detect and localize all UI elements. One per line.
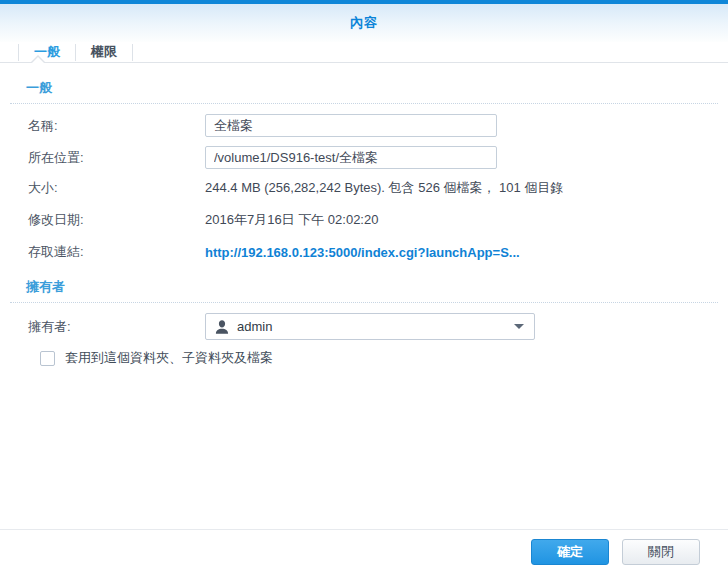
modified-date-value: 2016年7月16日 下午 02:02:20 (205, 211, 378, 229)
name-label: 名稱: (28, 117, 205, 135)
apply-recursive-row: 套用到這個資料夾、子資料夾及檔案 (40, 349, 710, 367)
field-row-access-link: 存取連結: http://192.168.0.123:5000/index.cg… (28, 242, 710, 262)
ok-button[interactable]: 確定 (531, 539, 609, 565)
field-row-owner: 擁有者: admin (28, 313, 710, 340)
apply-recursive-label: 套用到這個資料夾、子資料夾及檔案 (65, 349, 273, 367)
tab-permissions-label: 權限 (91, 44, 117, 59)
section-title-owner: 擁有者 (10, 278, 718, 303)
person-icon (214, 319, 230, 335)
tab-general[interactable]: 一般 (19, 43, 75, 61)
tab-strip: 一般 權限 (0, 42, 728, 63)
access-link[interactable]: http://192.168.0.123:5000/index.cgi?laun… (205, 245, 520, 260)
location-input[interactable] (205, 146, 497, 169)
tab-separator (132, 44, 133, 61)
field-row-name: 名稱: (28, 114, 710, 137)
dialog-title: 內容 (350, 14, 378, 32)
owner-selected-value: admin (237, 319, 514, 334)
general-fields: 名稱: 所在位置: 大小: 244.4 MB (256,282,242 Byte… (10, 104, 718, 262)
owner-fields: 擁有者: admin 套用到這個資料夾、子資料夾及檔案 (10, 303, 718, 367)
chevron-down-icon (514, 324, 524, 329)
dialog-header: 內容 (0, 4, 728, 42)
owner-select[interactable]: admin (205, 313, 535, 340)
section-title-general: 一般 (10, 79, 718, 104)
size-label: 大小: (28, 179, 205, 197)
name-input[interactable] (205, 114, 497, 137)
field-row-modified: 修改日期: 2016年7月16日 下午 02:02:20 (28, 210, 710, 230)
field-row-size: 大小: 244.4 MB (256,282,242 Bytes). 包含 526… (28, 178, 710, 198)
owner-label: 擁有者: (28, 318, 205, 336)
dialog-footer: 確定 關閉 (0, 529, 728, 574)
field-row-location: 所在位置: (28, 146, 710, 169)
location-label: 所在位置: (28, 149, 205, 167)
properties-dialog: 內容 一般 權限 一般 名稱: 所在位置: 大小: 244.4 (0, 0, 728, 574)
active-tab-pointer-icon (32, 57, 44, 63)
size-value: 244.4 MB (256,282,242 Bytes). 包含 526 個檔案… (205, 179, 563, 197)
access-link-label: 存取連結: (28, 243, 205, 261)
close-button[interactable]: 關閉 (622, 539, 700, 565)
modified-date-label: 修改日期: (28, 211, 205, 229)
apply-recursive-checkbox[interactable] (40, 351, 55, 366)
dialog-content: 一般 名稱: 所在位置: 大小: 244.4 MB (256,282,242 B… (0, 63, 728, 529)
tab-permissions[interactable]: 權限 (76, 43, 132, 61)
